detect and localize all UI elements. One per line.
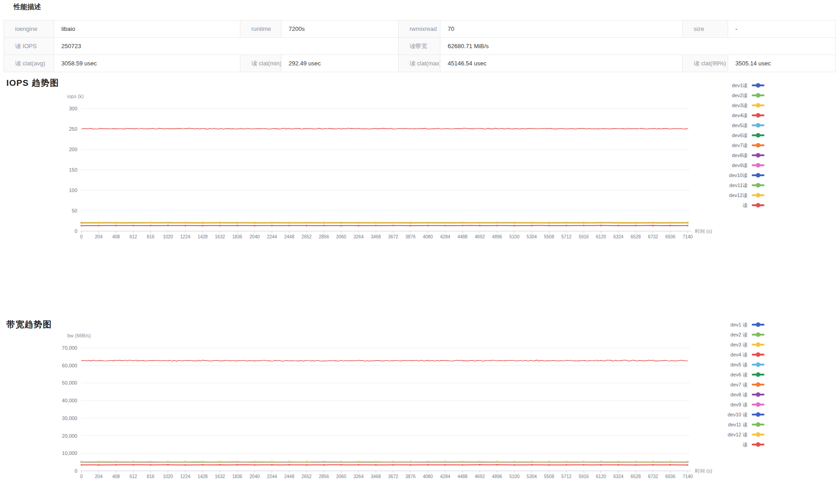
- axis-text: 70,000: [62, 345, 77, 351]
- legend-item[interactable]: dev7读: [729, 140, 764, 150]
- data-point-marker: [600, 464, 602, 465]
- data-point-marker: [687, 461, 688, 462]
- data-point-marker: [98, 225, 99, 226]
- axis-text: 2040: [250, 234, 260, 239]
- data-point-marker: [583, 461, 584, 462]
- axis-text: 30,000: [62, 415, 77, 421]
- legend-line-dot-marker: [752, 382, 764, 387]
- axis-text: 1836: [232, 474, 243, 479]
- legend-item[interactable]: dev4 读: [728, 350, 764, 360]
- legend-item[interactable]: dev10 读: [728, 410, 764, 420]
- data-point-marker: [462, 222, 463, 223]
- data-point-marker: [496, 225, 498, 226]
- data-point-marker: [531, 464, 532, 465]
- data-point-marker: [479, 225, 480, 226]
- data-point-marker: [444, 464, 446, 465]
- legend-item[interactable]: dev7 读: [728, 380, 764, 390]
- data-point-marker: [444, 222, 446, 223]
- axis-text: 60,000: [62, 363, 77, 368]
- legend-item[interactable]: dev4读: [729, 110, 764, 120]
- legend-item[interactable]: dev6 读: [728, 370, 764, 380]
- axis-text: 3672: [388, 234, 399, 239]
- legend-item[interactable]: dev3读: [729, 100, 764, 110]
- table-label-runtime: runtime: [240, 20, 281, 38]
- axis-text: 4080: [423, 234, 433, 239]
- page-title: 性能描述: [14, 3, 41, 11]
- legend-item[interactable]: dev3 读: [728, 340, 764, 350]
- axis-text: 20,000: [62, 433, 77, 439]
- table-value-clat-max: 45146.54 usec: [440, 55, 683, 72]
- legend-item-label: dev10读: [729, 172, 748, 179]
- data-point-marker: [340, 464, 342, 465]
- legend-item[interactable]: dev2读: [729, 90, 764, 100]
- data-point-marker: [618, 461, 619, 462]
- data-point-marker: [618, 225, 619, 226]
- legend-item[interactable]: dev10读: [729, 170, 764, 180]
- data-point-marker: [133, 222, 134, 223]
- data-point-marker: [219, 461, 220, 462]
- iops-chart-legend: dev1读dev2读dev3读dev4读dev5读dev6读dev7读dev8读…: [729, 80, 764, 210]
- legend-item[interactable]: 读: [729, 200, 764, 210]
- table-value-read-iops: 250723: [54, 38, 399, 55]
- legend-item[interactable]: dev2 读: [728, 330, 764, 340]
- data-point-marker: [358, 461, 359, 462]
- axis-text: 204: [95, 474, 103, 479]
- data-point-marker: [98, 464, 99, 465]
- axis-text: 1020: [163, 474, 173, 479]
- legend-item[interactable]: dev1读: [729, 80, 764, 90]
- legend-item[interactable]: dev6读: [729, 130, 764, 140]
- axis-text: 40,000: [62, 398, 77, 403]
- data-point-marker: [80, 464, 82, 465]
- axis-text: 2040: [250, 474, 260, 479]
- data-point-marker: [669, 461, 671, 462]
- legend-line-dot-marker: [752, 352, 764, 357]
- legend-item[interactable]: dev12 读: [728, 430, 764, 440]
- data-point-marker: [254, 464, 255, 465]
- table-label-rwmixread: rwmixread: [399, 20, 440, 38]
- legend-item[interactable]: dev11 读: [728, 420, 764, 430]
- data-point-marker: [271, 464, 273, 465]
- legend-item[interactable]: dev1 读: [728, 320, 764, 330]
- legend-item[interactable]: dev9 读: [728, 400, 764, 410]
- legend-item-label: dev6读: [732, 132, 748, 139]
- data-point-marker: [289, 225, 290, 226]
- data-point-marker: [219, 464, 220, 465]
- data-point-marker: [289, 461, 290, 462]
- legend-item-label: dev11 读: [728, 421, 748, 428]
- axis-text: 6732: [648, 234, 659, 239]
- legend-item[interactable]: dev12读: [729, 190, 764, 200]
- legend-item[interactable]: dev8 读: [728, 390, 764, 400]
- data-point-marker: [133, 225, 134, 226]
- data-point-marker: [185, 225, 186, 226]
- y-axis: 050100150200250300iops (k): [67, 94, 84, 234]
- legend-item[interactable]: 读: [728, 440, 764, 450]
- legend-item[interactable]: dev8读: [729, 150, 764, 160]
- data-point-marker: [410, 461, 411, 462]
- data-point-marker: [306, 222, 307, 223]
- legend-item-label: dev5 读: [730, 361, 748, 368]
- y-axis: 010,00020,00030,00040,00050,00060,00070,…: [62, 333, 91, 474]
- data-point-marker: [323, 461, 325, 462]
- axis-text: 816: [147, 234, 155, 239]
- legend-item[interactable]: dev5读: [729, 120, 764, 130]
- axis-text: 6120: [596, 234, 606, 239]
- data-point-marker: [531, 222, 532, 223]
- data-point-marker: [323, 225, 325, 226]
- data-point-marker: [340, 461, 342, 462]
- legend-item[interactable]: dev11读: [729, 180, 764, 190]
- axis-text: 5304: [527, 474, 537, 479]
- legend-item-label: dev9 读: [730, 401, 748, 408]
- bw-trend-chart: 010,00020,00030,00040,00050,00060,00070,…: [0, 329, 839, 488]
- axis-text: 6936: [665, 474, 676, 479]
- legend-item[interactable]: dev5 读: [728, 360, 764, 370]
- legend-item[interactable]: dev9读: [729, 160, 764, 170]
- axis-text: iops (k): [67, 94, 84, 99]
- data-point-marker: [289, 464, 290, 465]
- table-value-size: -: [728, 20, 836, 38]
- data-point-marker: [514, 222, 515, 223]
- data-point-marker: [410, 222, 411, 223]
- table-label-ioengine: ioengine: [4, 20, 54, 38]
- data-point-marker: [219, 225, 220, 226]
- table-value-clat-99: 3505.14 usec: [728, 55, 836, 72]
- table-value-rwmixread: 70: [440, 20, 683, 38]
